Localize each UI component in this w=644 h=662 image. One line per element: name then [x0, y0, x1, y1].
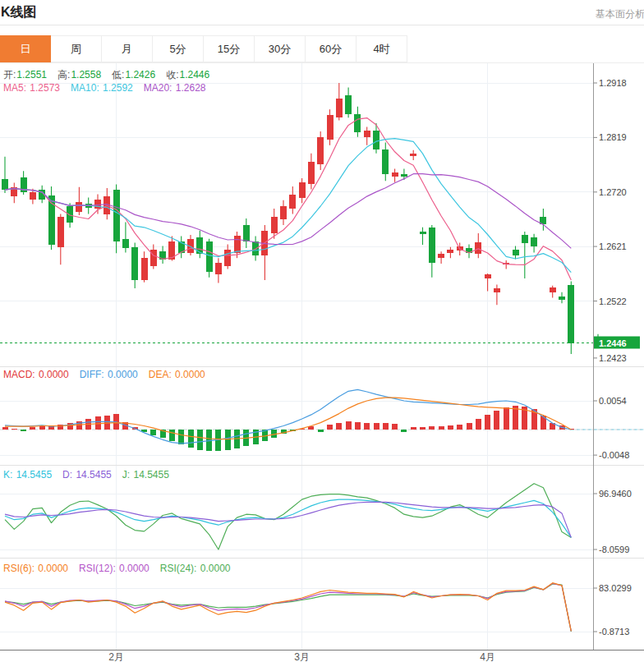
ohlc-info-label: 开: — [3, 69, 16, 80]
rsi12-line — [5, 583, 571, 631]
tab-30分[interactable]: 30分 — [255, 35, 306, 62]
ohlc-info-value: 1.2426 — [125, 69, 155, 80]
svg-text:-8.0599: -8.0599 — [599, 545, 629, 554]
x-axis-labels: 2月3月4月 — [108, 651, 495, 662]
rsi-info-label: RSI(24): — [160, 563, 200, 574]
rsi-info-value: 0.0000 — [119, 563, 150, 574]
tab-月[interactable]: 月 — [102, 35, 153, 62]
svg-text:2月: 2月 — [108, 651, 124, 662]
gridlines — [0, 63, 593, 650]
macd-info: MACD: 0.0000DIFF: 0.0000DEA: 0.0000 — [3, 369, 216, 380]
svg-text:1.2446: 1.2446 — [599, 338, 627, 348]
macd-info-label: DEA: — [149, 369, 174, 380]
ohlc-info-label: 低: — [112, 69, 124, 80]
svg-text:-0.8713: -0.8713 — [599, 627, 629, 637]
tab-15分[interactable]: 15分 — [204, 35, 255, 62]
svg-text:-0.0048: -0.0048 — [599, 450, 629, 460]
ohlc-info-label: 收: — [166, 69, 178, 80]
price-badge: 1.2446 — [594, 337, 640, 349]
ohlc-info-label: 高: — [58, 69, 70, 80]
page-title: K线图 — [1, 4, 37, 21]
ma5-line — [5, 118, 571, 280]
ohlc-info-value: 1.2558 — [71, 69, 101, 80]
macd-histogram — [2, 406, 574, 451]
rsi-info-value: 0.0000 — [38, 563, 68, 574]
svg-text:1.2720: 1.2720 — [599, 187, 627, 197]
ma-info-value: 1.2592 — [103, 82, 133, 94]
rsi-info: RSI(6): 0.0000RSI(12): 0.0000RSI(24): 0.… — [3, 563, 241, 574]
ma-info-value: 1.2573 — [30, 82, 60, 94]
tab-周[interactable]: 周 — [51, 35, 102, 62]
rsi24-line — [5, 584, 571, 632]
rsi-info-value: 0.0000 — [200, 563, 231, 574]
svg-text:0.0054: 0.0054 — [599, 396, 627, 406]
macd-info-value: 0.0000 — [175, 369, 205, 380]
kdj-info-label: J: — [122, 469, 133, 480]
kline-chart-area[interactable]: 1.29181.28191.27201.26211.25220.0054-0.0… — [0, 63, 644, 662]
macd-info-label: DIFF: — [80, 369, 107, 380]
ma-info: MA5: 1.2573MA10: 1.2592MA20: 1.2628 — [3, 82, 216, 94]
ohlc-info-value: 1.2446 — [179, 69, 209, 80]
kdj-info-label: K: — [3, 469, 16, 480]
rsi-info-label: RSI(12): — [79, 563, 118, 574]
svg-text:1.2918: 1.2918 — [599, 78, 627, 88]
ohlc-info: 开:1.2551高:1.2558低:1.2426收:1.2446 — [3, 68, 220, 82]
kdj-info-value: 14.5455 — [133, 469, 168, 480]
svg-text:3月: 3月 — [294, 651, 310, 662]
tab-日[interactable]: 日 — [0, 35, 51, 62]
tab-60分[interactable]: 60分 — [306, 35, 356, 62]
tab-4时[interactable]: 4时 — [356, 35, 407, 62]
rsi6-line — [5, 583, 571, 632]
tab-5分[interactable]: 5分 — [153, 35, 204, 62]
ma-info-value: 1.2628 — [176, 82, 206, 94]
svg-text:1.2423: 1.2423 — [599, 353, 627, 363]
kdj-info: K: 14.5455D: 14.5455J: 14.5455 — [3, 469, 180, 480]
rsi-info-label: RSI(6): — [3, 563, 37, 574]
y-axis-labels: 1.29181.28191.27201.26211.25220.0054-0.0… — [593, 78, 632, 637]
svg-text:4月: 4月 — [480, 651, 495, 662]
ma-info-label: MA20: — [144, 82, 175, 94]
macd-info-label: MACD: — [3, 369, 38, 380]
svg-text:1.2819: 1.2819 — [599, 132, 627, 142]
macd-info-value: 0.0000 — [39, 369, 69, 380]
svg-text:96.9460: 96.9460 — [599, 489, 632, 499]
period-tabs: 日周月5分15分30分60分4时 — [0, 35, 644, 63]
ma-info-label: MA5: — [3, 82, 29, 94]
kdj-info-label: D: — [62, 469, 75, 480]
fundamental-analysis-link[interactable]: 基本面分析> — [596, 7, 644, 21]
kdj-info-value: 14.5455 — [16, 469, 52, 480]
ma-info-label: MA10: — [71, 82, 102, 94]
header: K线图 基本面分析> — [0, 0, 644, 25]
ohlc-info-value: 1.2551 — [16, 69, 47, 80]
svg-text:1.2522: 1.2522 — [599, 297, 627, 306]
d-line — [5, 502, 571, 537]
svg-text:1.2621: 1.2621 — [599, 241, 627, 251]
ma20-line — [5, 174, 571, 249]
kdj-info-value: 14.5455 — [76, 469, 111, 480]
svg-text:83.0299: 83.0299 — [599, 583, 632, 593]
macd-info-value: 0.0000 — [108, 369, 138, 380]
